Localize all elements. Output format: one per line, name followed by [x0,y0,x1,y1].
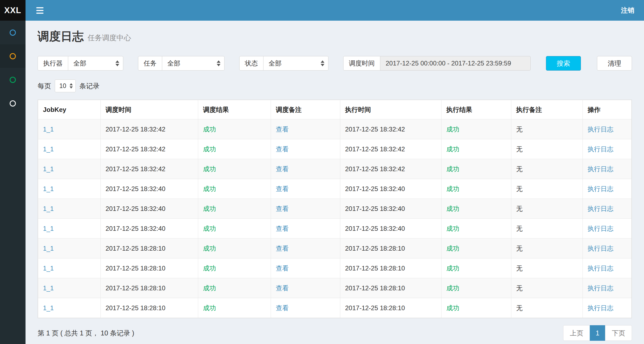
page-size-select[interactable]: 10 [55,79,76,92]
handle-msg-cell: 无 [511,159,583,179]
sidebar-toggle-icon[interactable] [35,5,45,16]
exec-log-link[interactable]: 执行日志 [588,165,613,173]
table-row: 1_1 2017-12-25 18:28:10 成功 查看 2017-12-25… [38,298,632,318]
col-header-action: 操作 [583,100,632,119]
jobkey-link[interactable]: 1_1 [43,265,54,272]
job-select[interactable]: 全部 [162,56,225,71]
jobkey-link[interactable]: 1_1 [43,245,54,252]
page-size-suffix: 条记录 [79,82,100,90]
page-size-row: 每页 10 条记录 [38,79,632,93]
table-row: 1_1 2017-12-25 18:32:40 成功 查看 2017-12-25… [38,219,632,239]
jobkey-link[interactable]: 1_1 [43,145,54,153]
select-stepper-icon [115,60,119,66]
handle-msg-cell: 无 [511,239,583,258]
col-header-handle-result: 执行结果 [442,100,511,119]
trigger-msg-link[interactable]: 查看 [276,284,289,292]
exec-log-link[interactable]: 执行日志 [588,145,613,153]
handle-result-cell: 成功 [442,139,511,159]
handle-msg-cell: 无 [511,119,583,139]
pagination-summary: 第 1 页 ( 总共 1 页， 10 条记录 ) [38,329,134,338]
jobkey-link[interactable]: 1_1 [43,126,54,133]
exec-log-link[interactable]: 执行日志 [588,284,613,292]
circle-o-icon [10,53,16,59]
trigger-time-cell: 2017-12-25 18:28:10 [101,239,198,258]
jobkey-link[interactable]: 1_1 [43,304,54,312]
jobkey-link[interactable]: 1_1 [43,185,54,192]
select-stepper-icon [217,60,220,66]
jobkey-link[interactable]: 1_1 [43,165,54,173]
trigger-time-cell: 2017-12-25 18:32:42 [101,159,198,179]
trigger-msg-link[interactable]: 查看 [276,126,289,133]
trigger-msg-link[interactable]: 查看 [276,145,289,153]
trigger-msg-link[interactable]: 查看 [276,185,289,192]
top-navbar: XXL 注销 [0,0,644,21]
trigger-time-range-input[interactable] [380,56,531,71]
pagination: 上页 1 下页 [563,325,632,341]
jobkey-link[interactable]: 1_1 [43,225,54,232]
trigger-msg-link[interactable]: 查看 [276,265,289,272]
handle-time-cell: 2017-12-25 18:28:10 [340,258,442,278]
executor-filter-group: 执行器 全部 [38,56,123,71]
exec-log-link[interactable]: 执行日志 [588,205,613,212]
col-header-handle-msg: 执行备注 [511,100,583,119]
exec-log-link[interactable]: 执行日志 [588,185,613,192]
sidebar-item-3[interactable] [0,68,26,92]
exec-log-link[interactable]: 执行日志 [588,245,613,252]
page-size-prefix: 每页 [38,82,51,90]
select-stepper-icon [321,60,324,66]
table-header-row: JobKey 调度时间 调度结果 调度备注 执行时间 执行结果 执行备注 操作 [38,100,632,119]
table-row: 1_1 2017-12-25 18:32:40 成功 查看 2017-12-25… [38,179,632,199]
exec-log-link[interactable]: 执行日志 [588,265,613,272]
handle-result-cell: 成功 [442,119,511,139]
exec-log-link[interactable]: 执行日志 [588,225,613,232]
sidebar-item-2[interactable] [0,44,26,68]
handle-time-cell: 2017-12-25 18:32:42 [340,139,442,159]
status-select[interactable]: 全部 [263,56,328,71]
trigger-msg-link[interactable]: 查看 [276,205,289,212]
jobkey-link[interactable]: 1_1 [43,205,54,212]
trigger-result-cell: 成功 [198,199,271,219]
job-filter-label: 任务 [138,56,162,71]
handle-result-cell: 成功 [442,258,511,278]
logout-link[interactable]: 注销 [621,6,634,15]
trigger-time-cell: 2017-12-25 18:28:10 [101,258,198,278]
trigger-result-cell: 成功 [198,119,271,139]
trigger-result-cell: 成功 [198,139,271,159]
handle-time-cell: 2017-12-25 18:32:42 [340,119,442,139]
handle-result-cell: 成功 [442,159,511,179]
col-header-trigger-result: 调度结果 [198,100,271,119]
trigger-result-cell: 成功 [198,159,271,179]
select-stepper-icon [70,83,73,89]
sidebar-item-4[interactable] [0,92,26,115]
handle-time-cell: 2017-12-25 18:28:10 [340,278,442,298]
table-row: 1_1 2017-12-25 18:32:40 成功 查看 2017-12-25… [38,199,632,219]
page-subtitle: 任务调度中心 [88,33,131,43]
sidebar-item-1[interactable] [0,21,26,44]
trigger-msg-link[interactable]: 查看 [276,225,289,232]
handle-msg-cell: 无 [511,219,583,239]
trigger-time-cell: 2017-12-25 18:32:42 [101,139,198,159]
handle-msg-cell: 无 [511,258,583,278]
trigger-msg-link[interactable]: 查看 [276,304,289,312]
trigger-time-cell: 2017-12-25 18:32:40 [101,219,198,239]
executor-select[interactable]: 全部 [68,56,123,71]
current-page-button[interactable]: 1 [590,325,605,341]
trigger-msg-link[interactable]: 查看 [276,245,289,252]
trigger-result-cell: 成功 [198,258,271,278]
trigger-msg-link[interactable]: 查看 [276,165,289,173]
jobkey-link[interactable]: 1_1 [43,284,54,292]
handle-time-cell: 2017-12-25 18:32:40 [340,199,442,219]
log-table-body: 1_1 2017-12-25 18:32:42 成功 查看 2017-12-25… [38,119,632,318]
handle-result-cell: 成功 [442,298,511,318]
search-button[interactable]: 搜索 [546,56,581,71]
handle-result-cell: 成功 [442,278,511,298]
clear-button[interactable]: 清理 [597,56,632,71]
status-filter-group: 状态 全部 [239,56,328,71]
exec-log-link[interactable]: 执行日志 [588,126,613,133]
next-page-button[interactable]: 下页 [605,325,632,341]
exec-log-link[interactable]: 执行日志 [588,304,613,312]
prev-page-button[interactable]: 上页 [563,325,590,341]
table-row: 1_1 2017-12-25 18:28:10 成功 查看 2017-12-25… [38,258,632,278]
handle-msg-cell: 无 [511,139,583,159]
page-size-value: 10 [59,82,66,90]
